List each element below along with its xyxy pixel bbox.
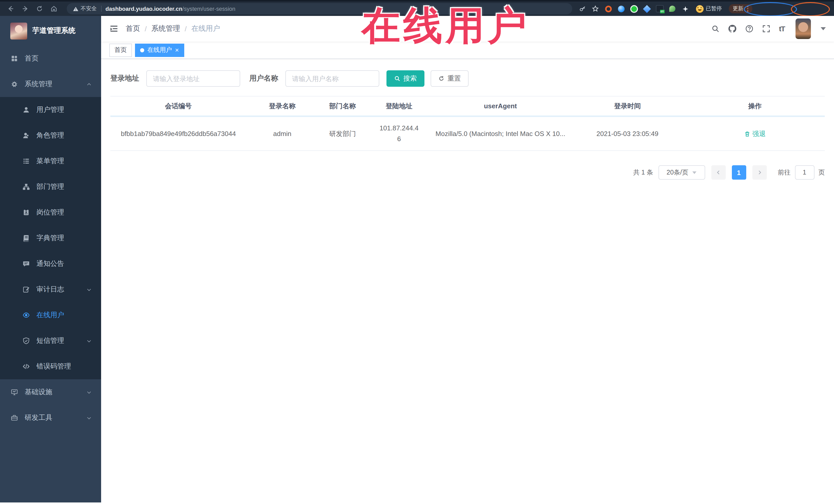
page-content: 登录地址 用户名称 搜索 重置 会话编号 — [101, 59, 834, 502]
sidebar-item-sms-mgmt[interactable]: 短信管理 — [0, 328, 101, 354]
extension-leaf-icon[interactable] — [668, 5, 676, 13]
sidebar-item-user-mgmt[interactable]: 用户管理 — [0, 97, 101, 123]
breadcrumb-home[interactable]: 首页 — [126, 24, 140, 34]
sidebar: 芋道管理系统 首页 系统管理 用户管理 角色管理 菜单管理 — [0, 16, 101, 502]
header-search-icon[interactable] — [711, 25, 720, 33]
id-badge-icon — [23, 209, 30, 216]
sidebar-item-dept-mgmt[interactable]: 部门管理 — [0, 174, 101, 200]
login-address-label: 登录地址 — [110, 74, 139, 83]
breadcrumb: 首页 / 系统管理 / 在线用户 — [126, 24, 220, 34]
browser-extensions-area: en 已暂停 更新 — [578, 4, 752, 14]
sidebar-item-home[interactable]: 首页 — [0, 46, 101, 71]
smiley-extension-icon — [696, 5, 704, 13]
tab-close-icon[interactable]: × — [175, 47, 179, 53]
extension-green-v-icon[interactable] — [630, 5, 638, 13]
chevron-left-icon — [716, 170, 721, 175]
col-dept-name: 部门名称 — [318, 99, 367, 113]
extension-translate-icon[interactable]: en — [655, 5, 664, 13]
font-size-icon[interactable]: tT — [779, 25, 785, 33]
sidebar-item-dev-tools[interactable]: 研发工具 — [0, 405, 101, 431]
sidebar-item-menu-mgmt[interactable]: 菜单管理 — [0, 148, 101, 174]
next-page-button[interactable] — [752, 165, 767, 180]
chevron-down-icon — [86, 389, 92, 395]
sidebar-item-post-mgmt[interactable]: 岗位管理 — [0, 200, 101, 225]
force-logout-button[interactable]: 强退 — [744, 129, 766, 138]
chevron-down-icon — [86, 287, 92, 292]
sidebar-collapse-icon[interactable] — [109, 24, 118, 34]
login-address-input[interactable] — [146, 70, 240, 87]
home-icon — [50, 5, 58, 12]
dashboard-icon — [11, 55, 18, 62]
sidebar-item-system[interactable]: 系统管理 — [0, 71, 101, 97]
toolbox-icon — [11, 414, 18, 421]
col-session-id: 会话编号 — [110, 99, 246, 113]
sidebar-item-label: 首页 — [25, 54, 39, 63]
password-key-icon[interactable] — [578, 5, 587, 13]
tab-online-users[interactable]: 在线用户 × — [135, 43, 184, 57]
sidebar-item-role-mgmt[interactable]: 角色管理 — [0, 123, 101, 148]
monitor-icon — [11, 389, 18, 396]
online-eye-icon — [23, 311, 30, 319]
search-button[interactable]: 搜索 — [387, 70, 424, 87]
sidebar-item-label: 菜单管理 — [37, 156, 64, 166]
chrome-update-button[interactable]: 更新 — [728, 4, 752, 13]
refresh-icon — [438, 75, 444, 82]
tab-home[interactable]: 首页 — [109, 43, 132, 57]
username-input[interactable] — [285, 70, 379, 87]
col-login-time: 登录时间 — [570, 99, 685, 113]
user-icon — [23, 106, 30, 113]
sidebar-logo-row[interactable]: 芋道管理系统 — [0, 16, 101, 46]
extension-blue-drop-icon[interactable] — [617, 5, 625, 13]
shield-check-icon — [23, 337, 30, 344]
help-question-icon[interactable] — [745, 25, 753, 33]
security-warning[interactable]: 不安全 — [73, 5, 97, 12]
sidebar-item-online-users[interactable]: 在线用户 — [0, 302, 101, 328]
page-size-select[interactable]: 20条/页 — [658, 165, 705, 180]
url-bar[interactable]: 不安全 dashboard.yudao.iocoder.cn/system/us… — [67, 3, 572, 14]
col-actions: 操作 — [685, 99, 825, 113]
table-row: bfbb1ab79ba849e49fb26ddb56a73044 admin 研… — [110, 117, 825, 151]
fullscreen-icon[interactable] — [762, 25, 770, 33]
extensions-puzzle-icon[interactable] — [681, 5, 689, 13]
browser-toolbar: 不安全 dashboard.yudao.iocoder.cn/system/us… — [0, 0, 834, 16]
extension-blue-gem-icon[interactable] — [642, 5, 651, 13]
actions-cell: 强退 — [685, 127, 825, 140]
sidebar-item-audit-log[interactable]: 审计日志 — [0, 277, 101, 302]
bookmark-star-icon[interactable] — [591, 5, 599, 13]
breadcrumb-current: 在线用户 — [192, 24, 220, 34]
extension-orange-ring-icon[interactable] — [604, 5, 612, 13]
gear-icon — [11, 81, 18, 88]
sidebar-item-label: 研发工具 — [25, 413, 52, 422]
sidebar-item-notice[interactable]: 通知公告 — [0, 251, 101, 277]
url-path: /system/user-session — [182, 6, 236, 12]
active-tab-dot — [140, 48, 144, 52]
browser-menu-kebab-icon[interactable] — [747, 6, 748, 12]
tampermonkey-paused-badge[interactable]: 已暂停 — [694, 4, 724, 14]
url-host: dashboard.yudao.iocoder.cn — [106, 6, 182, 12]
sidebar-item-error-code[interactable]: 错误码管理 — [0, 354, 101, 379]
app-header: 首页 / 系统管理 / 在线用户 tT — [101, 16, 834, 42]
screen: 不安全 dashboard.yudao.iocoder.cn/system/us… — [0, 0, 834, 504]
user-avatar[interactable] — [795, 19, 811, 39]
browser-reload-button[interactable] — [34, 3, 45, 14]
goto-label: 前往 — [778, 168, 791, 177]
filter-form: 登录地址 用户名称 搜索 重置 — [110, 70, 825, 87]
browser-forward-button[interactable] — [20, 3, 31, 14]
breadcrumb-system[interactable]: 系统管理 — [151, 24, 180, 34]
paused-label: 已暂停 — [706, 5, 722, 12]
sidebar-item-label: 岗位管理 — [37, 208, 64, 217]
audit-log-icon — [23, 286, 30, 293]
reset-button[interactable]: 重置 — [431, 70, 468, 87]
browser-back-button[interactable] — [5, 3, 17, 14]
code-icon — [23, 363, 30, 370]
chevron-down-icon — [86, 338, 92, 344]
page-number-1[interactable]: 1 — [731, 165, 746, 180]
browser-home-button[interactable] — [48, 3, 60, 14]
prev-page-button[interactable] — [711, 165, 725, 180]
avatar-caret-down-icon[interactable] — [821, 27, 826, 30]
goto-page-input[interactable] — [795, 165, 814, 180]
sidebar-item-dict-mgmt[interactable]: 字典管理 — [0, 225, 101, 251]
github-icon[interactable] — [728, 25, 737, 33]
sidebar-item-infrastructure[interactable]: 基础设施 — [0, 379, 101, 405]
session-id-cell: bfbb1ab79ba849e49fb26ddb56a73044 — [110, 128, 246, 139]
